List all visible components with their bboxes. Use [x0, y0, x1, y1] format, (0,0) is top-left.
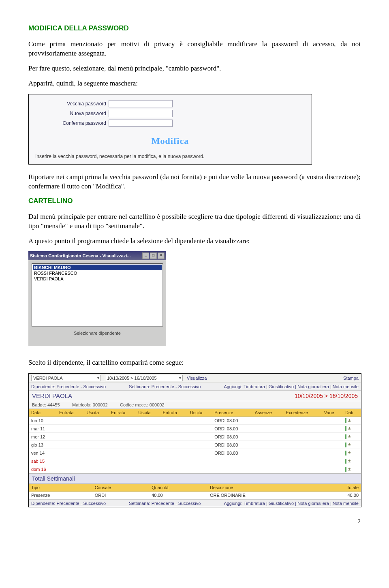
new-password-input[interactable]	[109, 110, 173, 117]
col-header: Tipo	[29, 484, 92, 492]
cell-qta: 40.00	[149, 492, 207, 499]
status-indicator-icon	[345, 426, 346, 431]
col-header: Entrata	[109, 409, 136, 417]
cell-desc: ORE ORDINARIE	[207, 492, 316, 499]
cell	[84, 433, 108, 441]
col-header: Uscita	[188, 409, 212, 417]
list-item[interactable]: VERDI PAOLA	[33, 276, 162, 282]
col-header: Dati	[343, 409, 361, 417]
label-new-password: Nuova password	[35, 111, 109, 116]
settimana-nav[interactable]: Settimana: Precedente - Successivo	[129, 501, 201, 506]
table-row: mer 12ORDI 08.00±	[29, 433, 361, 441]
visualizza-link[interactable]: Visualizza	[187, 376, 207, 381]
cell	[188, 441, 212, 449]
cell	[160, 433, 188, 441]
cell: ven 14	[29, 449, 57, 457]
settimana-nav[interactable]: Settimana: Precedente - Successivo	[129, 384, 201, 389]
close-icon[interactable]: ×	[158, 252, 165, 259]
password-form-screenshot: Vecchia password Nuova password Conferma…	[28, 94, 312, 165]
section-title-cartellino: CARTELLINO	[28, 197, 361, 205]
employee-list[interactable]: BIANCHI MAURO ROSSI FRANCESCO VERDI PAOL…	[32, 263, 163, 327]
expand-icon[interactable]: ±	[348, 434, 350, 439]
cell	[284, 433, 322, 441]
paragraph: Apparirà, quindi, la seguente maschera:	[28, 79, 361, 88]
maximize-icon[interactable]: □	[150, 252, 157, 259]
list-item[interactable]: BIANCHI MAURO	[33, 265, 162, 270]
employee-selector-footer: Selezionare dipendente	[32, 327, 163, 343]
cell	[57, 417, 84, 425]
matricola-label: Matricola: 000002	[72, 402, 107, 407]
expand-icon[interactable]: ±	[348, 466, 350, 471]
col-header: Uscita	[84, 409, 108, 417]
cell: gio 13	[29, 441, 57, 449]
cell-causale: ORDI	[92, 492, 149, 499]
cell: dom 16	[29, 465, 57, 473]
cell	[188, 465, 212, 473]
employee-selector-window: Sistema Confartigianato Cesena - Visuali…	[28, 251, 166, 346]
expand-icon[interactable]: ±	[348, 458, 350, 463]
paragraph: A questo punto il programma chiede la se…	[28, 237, 361, 246]
table-row: gio 13ORDI 08.00±	[29, 441, 361, 449]
aggiungi-links[interactable]: Aggiungi: Timbratura | Giustificativo | …	[224, 501, 359, 506]
cell	[212, 465, 252, 473]
cell	[109, 441, 136, 449]
cartellino-footer: Dipendente: Precedente - Successivo Sett…	[29, 499, 361, 507]
col-header: Eccedenze	[284, 409, 322, 417]
confirm-password-input[interactable]	[109, 120, 173, 127]
aggiungi-links[interactable]: Aggiungi: Timbratura | Giustificativo | …	[224, 384, 359, 389]
stampa-link[interactable]: Stampa	[343, 376, 359, 381]
cell	[252, 425, 284, 433]
cell	[84, 449, 108, 457]
col-header: Descrizione	[207, 484, 316, 492]
col-header: Assenze	[252, 409, 284, 417]
dipendente-nav[interactable]: Dipendente: Precedente - Successivo	[31, 384, 106, 389]
password-note: Inserire la vecchia password, necessaria…	[35, 154, 305, 159]
cartellino-subtoolbar: Dipendente: Precedente - Successivo Sett…	[29, 383, 361, 391]
cell: ±	[343, 465, 361, 473]
page-number: 2	[28, 518, 361, 525]
cell	[136, 441, 160, 449]
cell	[252, 441, 284, 449]
paragraph: Dal menù principale per entrare nel cart…	[28, 212, 361, 231]
old-password-input[interactable]	[109, 100, 173, 107]
cell	[160, 441, 188, 449]
cell	[252, 417, 284, 425]
employee-dropdown[interactable]: VERDI PAOLA	[31, 375, 101, 381]
cell	[322, 433, 343, 441]
cell	[284, 441, 322, 449]
employee-window-title: Sistema Confartigianato Cesena - Visuali…	[30, 253, 131, 258]
cell: lun 10	[29, 417, 57, 425]
cell	[252, 433, 284, 441]
cell	[212, 457, 252, 465]
expand-icon[interactable]: ±	[348, 426, 350, 431]
status-indicator-icon	[345, 459, 346, 464]
expand-icon[interactable]: ±	[348, 442, 350, 447]
modifica-button[interactable]: Modifica	[35, 136, 305, 146]
table-row: lun 10ORDI 08.00±	[29, 417, 361, 425]
cell	[57, 449, 84, 457]
cell	[284, 457, 322, 465]
cell	[252, 457, 284, 465]
cell	[322, 465, 343, 473]
cell	[284, 465, 322, 473]
expand-icon[interactable]: ±	[348, 418, 350, 423]
cell	[136, 457, 160, 465]
cell-totale: 40.00	[316, 492, 361, 499]
cell: ORDI 08.00	[212, 441, 252, 449]
codice-label: Codice mecc.: 000002	[120, 402, 164, 407]
minimize-icon[interactable]: _	[142, 252, 149, 259]
cell: ORDI 08.00	[212, 449, 252, 457]
list-item[interactable]: ROSSI FRANCESCO	[33, 270, 162, 276]
cell	[57, 457, 84, 465]
cell: ORDI 08.00	[212, 417, 252, 425]
cell	[57, 433, 84, 441]
badge-label: Badge: 44455	[32, 402, 60, 407]
label-old-password: Vecchia password	[35, 101, 109, 107]
cell	[109, 417, 136, 425]
cell	[136, 449, 160, 457]
expand-icon[interactable]: ±	[348, 450, 350, 455]
paragraph: Riportare nei campi prima la vecchia pas…	[28, 173, 361, 191]
cell	[160, 417, 188, 425]
dipendente-nav[interactable]: Dipendente: Precedente - Successivo	[31, 501, 106, 506]
date-range-dropdown[interactable]: 10/10/2005 > 16/10/2005	[105, 375, 183, 381]
